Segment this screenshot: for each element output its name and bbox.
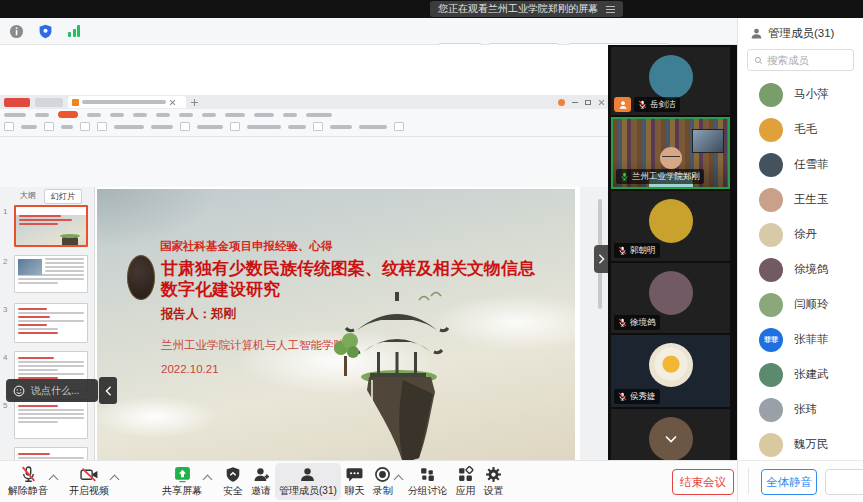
breakout-squares-icon: [419, 466, 436, 483]
slide-canvas: 国家社科基金项目申报经验、心得 甘肃独有少数民族传统图案、纹样及相关文物信息数字…: [95, 187, 580, 470]
watching-banner[interactable]: 您正在观看兰州工业学院郑刚的屏幕: [430, 1, 623, 17]
slide-thumbnail-1[interactable]: [14, 205, 88, 247]
participant-name: 兰州工业学院郑刚: [632, 171, 700, 183]
invite-person-icon: [253, 466, 270, 483]
breakout-rooms-button[interactable]: 分组讨论: [404, 463, 452, 500]
member-name: 张玮: [794, 402, 817, 417]
meeting-controls-toolbar: 解除静音 开启视频 共享屏幕 安全 邀请: [0, 460, 737, 502]
audio-options-chevron[interactable]: [50, 469, 57, 487]
video-tile-4[interactable]: 徐境鸽: [611, 263, 730, 333]
chevron-right-icon: [598, 254, 605, 264]
canvas-scroll-gutter: [580, 187, 608, 470]
apps-button[interactable]: 应用: [452, 463, 480, 500]
banner-menu-icon[interactable]: [606, 6, 615, 13]
slide-thumbnail-2[interactable]: [14, 255, 88, 293]
invite-button[interactable]: 邀请: [247, 463, 275, 500]
start-video-button[interactable]: 开启视频: [65, 463, 113, 500]
ribbon-menu-row: [4, 111, 332, 118]
participant-name: 徐境鸽: [630, 317, 656, 329]
share-screen-button[interactable]: 共享屏幕: [158, 463, 206, 500]
video-tiles-column: 岳剑洁 兰州工业学院郑刚 郭朝明: [608, 45, 737, 460]
meeting-info-icon[interactable]: [8, 23, 24, 39]
meeting-security-shield-icon[interactable]: [37, 23, 53, 39]
member-name: 魏万民: [794, 437, 829, 452]
record-options-chevron[interactable]: [395, 469, 402, 487]
header-toolbar: 35:38 0人看过 演讲者视图: [0, 18, 737, 45]
member-name: 张菲菲: [794, 332, 829, 347]
member-row[interactable]: 魏万民: [738, 427, 863, 460]
video-tile-1[interactable]: 岳剑洁: [611, 47, 730, 115]
member-row[interactable]: 马小萍: [738, 77, 863, 112]
mute-all-button[interactable]: 全体静音: [761, 469, 817, 495]
pavilion-illustration: [307, 284, 487, 467]
slide-thumbnail-5[interactable]: [14, 399, 88, 439]
slide-eyebrow: 国家社科基金项目申报经验、心得: [160, 239, 333, 254]
mic-muted-icon: [20, 466, 37, 483]
member-avatar: [759, 188, 783, 212]
minimize-icon[interactable]: [572, 102, 578, 103]
new-tab-icon[interactable]: [191, 99, 198, 106]
end-meeting-button[interactable]: 结束会议: [672, 469, 734, 495]
member-panel-title: 管理成员(31): [768, 26, 834, 41]
member-row[interactable]: 张建武: [738, 357, 863, 392]
video-tile-more[interactable]: [611, 409, 730, 460]
slide-number: 5: [3, 401, 7, 410]
chat-collapse-tab[interactable]: [99, 377, 117, 404]
network-signal-icon[interactable]: [66, 25, 82, 37]
chevron-left-icon: [105, 386, 112, 396]
office-logo: [4, 98, 30, 107]
participant-avatar: [649, 343, 693, 387]
slides-tab[interactable]: 幻灯片: [44, 189, 82, 204]
member-row[interactable]: 闫顺玲: [738, 287, 863, 322]
ribbon-controls-row: [4, 122, 404, 131]
video-tile-2-active-speaker[interactable]: 兰州工业学院郑刚: [611, 117, 730, 189]
app-home-tab[interactable]: [35, 98, 63, 107]
video-panel-expand-tab[interactable]: [594, 245, 608, 273]
slide-thumbnail-3[interactable]: [14, 303, 88, 343]
member-row[interactable]: 徐丹: [738, 217, 863, 252]
account-avatar-dot[interactable]: [558, 99, 565, 106]
video-options-chevron[interactable]: [111, 469, 118, 487]
search-icon: [754, 55, 763, 66]
footer-more-button-partial[interactable]: [825, 469, 863, 495]
video-tile-5[interactable]: 侯秀婕: [611, 335, 730, 407]
gear-icon: [485, 466, 502, 483]
member-row[interactable]: 菲菲 张菲菲: [738, 322, 863, 357]
participant-avatar: [649, 55, 693, 99]
close-window-icon[interactable]: [598, 99, 604, 105]
manage-members-button[interactable]: 管理成员(31): [275, 463, 341, 500]
emoji-icon[interactable]: [13, 385, 25, 397]
maximize-icon[interactable]: [585, 100, 591, 105]
ribbon-active-tab[interactable]: [58, 111, 78, 118]
share-options-chevron[interactable]: [204, 469, 211, 487]
member-avatar: [759, 433, 783, 457]
unmute-button[interactable]: 解除静音: [4, 463, 52, 500]
document-tab[interactable]: [68, 96, 186, 108]
scroll-more-chevron-icon[interactable]: [665, 429, 677, 447]
record-icon: [374, 466, 391, 483]
member-row[interactable]: 毛毛: [738, 112, 863, 147]
member-panel-header: 管理成员(31): [738, 18, 863, 47]
member-row[interactable]: 任雪菲: [738, 147, 863, 182]
member-row[interactable]: 张玮: [738, 392, 863, 427]
close-document-icon[interactable]: [169, 99, 175, 105]
member-row[interactable]: 王生玉: [738, 182, 863, 217]
member-avatar: [759, 118, 783, 142]
presentation-ribbon: [0, 109, 608, 137]
member-name: 张建武: [794, 367, 829, 382]
participant-avatar: [649, 199, 693, 243]
slide-date: 2022.10.21: [161, 363, 219, 375]
member-panel-footer: 全体静音: [737, 460, 863, 502]
chat-button[interactable]: 聊天: [341, 463, 369, 500]
video-tile-3[interactable]: 郭朝明: [611, 191, 730, 261]
document-title-blur: [82, 100, 166, 104]
member-search-input[interactable]: [767, 54, 847, 66]
member-row[interactable]: 徐境鸽: [738, 252, 863, 287]
chat-quick-input[interactable]: 说点什么...: [6, 379, 98, 402]
record-button[interactable]: 录制: [369, 463, 397, 500]
member-search-box[interactable]: [747, 49, 854, 71]
member-avatar: [759, 83, 783, 107]
security-button[interactable]: 安全: [219, 463, 247, 500]
outline-tab[interactable]: 大纲: [14, 189, 42, 204]
settings-button[interactable]: 设置: [480, 463, 508, 500]
